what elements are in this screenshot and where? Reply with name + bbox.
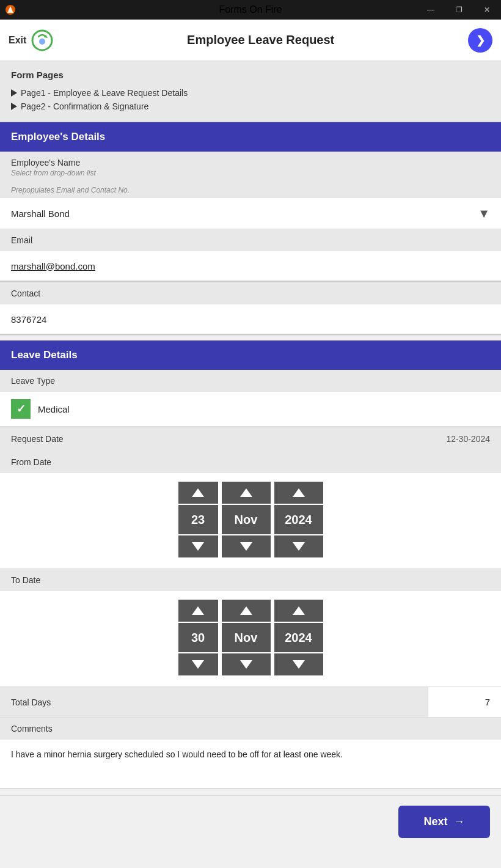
next-label: Next — [423, 815, 447, 828]
from-day-value: 23 — [178, 505, 218, 534]
bottom-bar: Next → — [0, 795, 501, 848]
refresh-icon — [31, 29, 53, 51]
window-controls[interactable]: — ❐ ✕ — [417, 0, 501, 20]
next-button[interactable]: Next → — [398, 806, 490, 838]
to-month-down-button[interactable] — [222, 653, 271, 675]
from-year-down-button[interactable] — [274, 535, 323, 557]
to-month-up-button[interactable] — [222, 600, 271, 622]
employee-name-value: Marshall Bond — [11, 208, 70, 219]
topbar: Exit Employee Leave Request ❯ — [0, 20, 501, 61]
restore-button[interactable]: ❐ — [445, 0, 473, 20]
to-year-up-button[interactable] — [274, 600, 323, 622]
contact-value: 8376724 — [11, 314, 46, 325]
request-date-label: Request Date — [11, 434, 64, 444]
total-days-value: 7 — [428, 687, 501, 717]
to-day-down-button[interactable] — [178, 653, 218, 675]
total-days-label: Total Days — [0, 688, 428, 717]
form-pages-section: Form Pages Page1 - Employee & Leave Requ… — [0, 61, 501, 122]
triangle-icon-2 — [11, 103, 17, 110]
down-arrow-icon — [293, 660, 305, 669]
from-month-spinner: Nov — [222, 482, 271, 557]
to-date-label: To Date — [0, 569, 501, 591]
exit-label: Exit — [9, 35, 26, 46]
from-day-down-button[interactable] — [178, 535, 218, 557]
leave-type-field: Leave Type Medical — [0, 370, 501, 427]
to-day-spinner: 30 — [178, 600, 218, 675]
total-days-row: Total Days 7 — [0, 687, 501, 718]
leave-type-checkbox-row[interactable]: Medical — [0, 392, 501, 426]
next-circle-button[interactable]: ❯ — [468, 28, 492, 53]
up-arrow-icon — [192, 606, 204, 615]
up-arrow-icon — [240, 606, 252, 615]
employee-name-hint: Prepopulates Email and Contact No. — [0, 182, 501, 198]
next-arrow-icon: → — [454, 815, 465, 828]
from-day-spinner: 23 — [178, 482, 218, 557]
up-arrow-icon — [240, 488, 252, 497]
employee-section-header: Employee's Details — [0, 122, 501, 152]
form-pages-title: Form Pages — [11, 70, 490, 80]
from-year-up-button[interactable] — [274, 482, 323, 504]
down-arrow-icon — [240, 660, 252, 669]
form-page-item-2[interactable]: Page2 - Confirmation & Signature — [11, 100, 490, 113]
email-field: Email marshall@bond.com — [0, 229, 501, 282]
request-date-value: 12-30-2024 — [446, 434, 490, 444]
comments-value[interactable]: I have a minor hernia surgery scheduled … — [0, 740, 501, 789]
page-title: Employee Leave Request — [53, 33, 468, 47]
close-button[interactable]: ✕ — [473, 0, 501, 20]
app-icon — [5, 4, 16, 15]
from-date-field: From Date 23 Nov — [0, 451, 501, 569]
employee-name-value-row[interactable]: Marshall Bond ▼ — [0, 198, 501, 229]
to-month-spinner: Nov — [222, 600, 271, 675]
employee-name-field: Employee's Name Select from drop-down li… — [0, 152, 501, 229]
form-page-label-2: Page2 - Confirmation & Signature — [21, 101, 148, 111]
contact-label: Contact — [0, 282, 501, 304]
from-month-value: Nov — [222, 505, 271, 534]
from-month-down-button[interactable] — [222, 535, 271, 557]
down-arrow-icon — [293, 542, 305, 551]
request-date-row: Request Date 12-30-2024 — [0, 427, 501, 451]
down-arrow-icon — [240, 542, 252, 551]
to-year-down-button[interactable] — [274, 653, 323, 675]
dropdown-arrow-icon: ▼ — [478, 207, 490, 221]
from-year-value: 2024 — [274, 505, 323, 534]
comments-field: Comments I have a minor hernia surgery s… — [0, 718, 501, 789]
to-year-value: 2024 — [274, 623, 323, 652]
email-value: marshall@bond.com — [11, 261, 95, 271]
contact-value-row[interactable]: 8376724 — [0, 304, 501, 335]
next-circle-arrow: ❯ — [476, 34, 485, 47]
form-page-label-1: Page1 - Employee & Leave Request Details — [21, 88, 188, 98]
leave-type-label: Leave Type — [0, 370, 501, 392]
form-content: Form Pages Page1 - Employee & Leave Requ… — [0, 61, 501, 789]
titlebar: Forms On Fire — ❐ ✕ — [0, 0, 501, 20]
form-page-item-1[interactable]: Page1 - Employee & Leave Request Details — [11, 86, 490, 100]
leave-section-header: Leave Details — [0, 340, 501, 370]
medical-checkbox[interactable] — [11, 399, 31, 419]
from-date-picker: 23 Nov 2024 — [0, 473, 501, 568]
to-date-picker: 30 Nov 2024 — [0, 591, 501, 686]
email-value-row[interactable]: marshall@bond.com — [0, 251, 501, 282]
down-arrow-icon — [192, 542, 204, 551]
from-year-spinner: 2024 — [274, 482, 323, 557]
minimize-button[interactable]: — — [417, 0, 445, 20]
up-arrow-icon — [192, 488, 204, 497]
triangle-icon-1 — [11, 89, 17, 97]
to-month-value: Nov — [222, 623, 271, 652]
from-date-label: From Date — [0, 451, 501, 473]
to-year-spinner: 2024 — [274, 600, 323, 675]
up-arrow-icon — [293, 488, 305, 497]
contact-field: Contact 8376724 — [0, 282, 501, 336]
from-day-up-button[interactable] — [178, 482, 218, 504]
medical-label: Medical — [38, 404, 70, 414]
to-day-up-button[interactable] — [178, 600, 218, 622]
from-month-up-button[interactable] — [222, 482, 271, 504]
comments-label: Comments — [0, 718, 501, 740]
email-label: Email — [0, 229, 501, 251]
employee-name-sublabel: Select from drop-down list — [0, 169, 501, 182]
titlebar-title: Forms On Fire — [219, 4, 282, 15]
exit-button[interactable]: Exit — [9, 29, 53, 51]
to-day-value: 30 — [178, 623, 218, 652]
to-date-field: To Date 30 Nov — [0, 569, 501, 687]
down-arrow-icon — [192, 660, 204, 669]
employee-name-label: Employee's Name — [0, 152, 501, 169]
up-arrow-icon — [293, 606, 305, 615]
